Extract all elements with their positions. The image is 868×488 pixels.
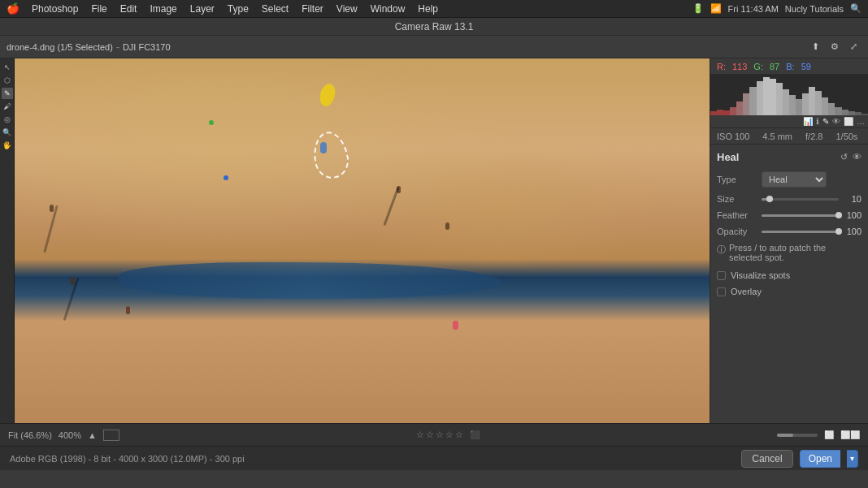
right-panel: R: 113 G: 87 B: 59 xyxy=(710,58,868,423)
progress-bar xyxy=(777,434,818,437)
content-row: ↖ ⬡ ✎ 🖌 ◎ 🔍 🖐 xyxy=(0,58,868,423)
open-button[interactable]: Open xyxy=(800,450,840,468)
rgb-b-value: 59 xyxy=(801,62,811,71)
menu-type[interactable]: Type xyxy=(222,2,254,16)
opacity-row: Opacity 100 xyxy=(717,227,861,236)
flag-icon[interactable]: ⬛ xyxy=(470,430,480,439)
open-button-arrow[interactable]: ▾ xyxy=(847,450,858,468)
feather-slider-track[interactable] xyxy=(762,214,839,217)
aperture: f/2.8 xyxy=(805,132,822,141)
tool-cursor[interactable]: ↖ xyxy=(2,62,13,73)
menu-bar: 🍎 Photoshop File Edit Image Layer Type S… xyxy=(0,0,868,18)
rgb-r-label: R: xyxy=(717,62,726,71)
feather-value: 100 xyxy=(839,210,861,220)
status-bar: Adobe RGB (1998) - 8 bit - 4000 x 3000 (… xyxy=(0,446,868,470)
progress-fill xyxy=(777,434,793,437)
title-bar: Camera Raw 13.1 xyxy=(0,18,868,36)
star-4[interactable]: ☆ xyxy=(445,430,454,440)
type-dropdown[interactable]: Heal Clone Content-Aware xyxy=(762,171,827,188)
size-row: Size 10 xyxy=(717,194,861,204)
feather-slider-fill xyxy=(762,214,839,217)
tool-zoom[interactable]: 🔍 xyxy=(2,127,13,138)
menu-help[interactable]: Help xyxy=(412,2,444,16)
size-slider-thumb[interactable] xyxy=(766,196,773,202)
canvas-area[interactable] xyxy=(15,58,710,423)
info-text: Press / to auto patch the selected spot. xyxy=(729,243,861,262)
menu-file[interactable]: File xyxy=(85,2,112,16)
camera-info-bar: ISO 100 4.5 mm f/2.8 1/50s xyxy=(710,128,868,145)
overlay-label: Overlay xyxy=(731,287,762,296)
file-info: Adobe RGB (1998) - 8 bit - 4000 x 3000 (… xyxy=(10,454,245,464)
compare-icon[interactable]: ⬜ xyxy=(824,430,834,439)
star-1[interactable]: ☆ xyxy=(416,430,424,440)
menu-layer[interactable]: Layer xyxy=(184,2,220,16)
star-3[interactable]: ☆ xyxy=(436,430,444,440)
menu-select[interactable]: Select xyxy=(256,2,294,16)
tool-filter-brush[interactable]: ◎ xyxy=(2,114,13,125)
star-rating[interactable]: ☆ ☆ ☆ ☆ ☆ xyxy=(416,430,463,440)
heal-panel-title: Heal xyxy=(717,151,739,163)
heal-panel-header: Heal ↺ 👁 xyxy=(717,151,861,163)
tool-hand[interactable]: 🖐 xyxy=(2,140,13,151)
panel-heal-icon[interactable]: ✎ xyxy=(822,117,829,126)
feather-control xyxy=(762,214,839,217)
fit-zoom-label: Fit (46.6%) xyxy=(8,430,52,440)
share-button[interactable]: ⬆ xyxy=(808,40,823,54)
shutter-speed: 1/50s xyxy=(835,132,857,141)
toolbar-left: drone-4.dng (1/5 Selected) - DJI FC3170 xyxy=(7,41,171,53)
overlay-checkbox[interactable] xyxy=(717,287,726,296)
size-slider-track[interactable] xyxy=(762,198,839,201)
menu-wifi-icon: 📶 xyxy=(710,3,722,14)
opacity-slider-thumb[interactable] xyxy=(835,228,842,235)
histogram xyxy=(710,75,868,115)
fullscreen-button[interactable]: ⤢ xyxy=(846,40,861,54)
star-5[interactable]: ☆ xyxy=(455,430,463,440)
size-value: 10 xyxy=(839,194,861,204)
tool-crop[interactable]: ⬡ xyxy=(2,75,13,86)
visualize-checkbox[interactable] xyxy=(717,271,726,280)
panel-eye-icon[interactable]: 👁 xyxy=(832,117,840,126)
rgb-g-label: G: xyxy=(753,62,763,71)
heal-visibility-icon[interactable]: 👁 xyxy=(853,152,861,162)
document-camera: DJI FC3170 xyxy=(123,42,171,52)
panel-tool-icons: 📊 ℹ ✎ 👁 ⬜ … xyxy=(710,115,868,128)
side-by-side-icon[interactable]: ⬜⬜ xyxy=(840,430,860,439)
toolbar-right-icons: ⬆ ⚙ ⤢ xyxy=(808,40,861,54)
panel-info-icon[interactable]: ℹ xyxy=(816,117,819,126)
apple-icon: 🍎 xyxy=(7,2,20,15)
type-label: Type xyxy=(717,175,762,184)
zoom-up-icon[interactable]: ▲ xyxy=(88,430,97,440)
info-row: ⓘ Press / to auto patch the selected spo… xyxy=(717,243,861,262)
menu-window[interactable]: Window xyxy=(365,2,411,16)
menu-edit[interactable]: Edit xyxy=(115,2,143,16)
opacity-control xyxy=(762,231,839,233)
menu-image[interactable]: Image xyxy=(144,2,182,16)
opacity-slider-track[interactable] xyxy=(762,231,839,233)
tool-heal[interactable]: ✎ xyxy=(2,88,13,99)
menu-workspace: Nucly Tutorials xyxy=(785,4,844,14)
feather-slider-thumb[interactable] xyxy=(835,212,842,218)
document-filename: drone-4.dng (1/5 Selected) xyxy=(7,42,113,52)
info-icon: ⓘ xyxy=(717,244,726,256)
overlay-row: Overlay xyxy=(717,287,861,296)
menu-photoshop[interactable]: Photoshop xyxy=(26,2,84,16)
menu-filter[interactable]: Filter xyxy=(296,2,329,16)
size-label: Size xyxy=(717,194,762,204)
menu-search-icon[interactable]: 🔍 xyxy=(850,3,861,14)
type-row: Type Heal Clone Content-Aware xyxy=(717,171,861,188)
visualize-row: Visualize spots xyxy=(717,270,861,280)
tool-adjustment-brush[interactable]: 🖌 xyxy=(2,101,13,112)
menu-battery-icon: 🔋 xyxy=(692,3,704,14)
cancel-button[interactable]: Cancel xyxy=(741,450,792,468)
panel-layers-icon[interactable]: ⬜ xyxy=(844,117,853,126)
iso-value: ISO 100 xyxy=(717,132,749,141)
menu-time: Fri 11:43 AM xyxy=(728,4,779,14)
star-2[interactable]: ☆ xyxy=(426,430,434,440)
heal-reset-icon[interactable]: ↺ xyxy=(840,152,848,162)
settings-button[interactable]: ⚙ xyxy=(827,40,843,54)
panel-more-icon[interactable]: … xyxy=(857,117,865,126)
opacity-value: 100 xyxy=(839,227,861,236)
panel-histogram-icon[interactable]: 📊 xyxy=(803,117,813,126)
grid-view-icon[interactable] xyxy=(103,430,119,441)
menu-view[interactable]: View xyxy=(331,2,363,16)
